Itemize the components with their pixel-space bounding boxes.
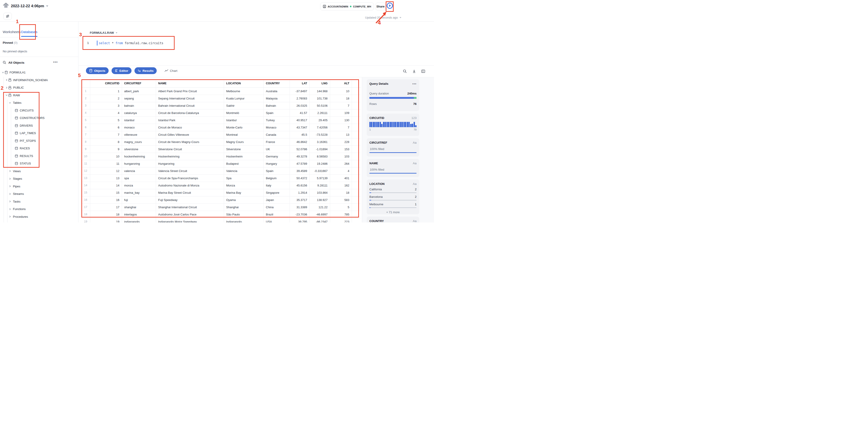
chevron-right-icon[interactable]	[8, 193, 11, 195]
column-header-alt[interactable]: ALT	[330, 79, 352, 88]
tree-item-label: CIRCUITS	[20, 109, 34, 112]
session-context-button[interactable]: ACCOUNTADMIN COMPUTE_WH	[320, 2, 374, 10]
table-cell: Circuit Gilles Villeneuve	[156, 131, 224, 138]
table-cell: 103	[330, 153, 352, 160]
all-objects-row[interactable]: All Objects •••	[0, 57, 78, 69]
table-row: 44catalunyaCircuit de Barcelona-Cataluny…	[82, 109, 361, 116]
tree-item-pit_stops[interactable]: PIT_STOPS	[0, 137, 78, 145]
table-cell: 2	[90, 95, 122, 102]
tree-item-tables[interactable]: Tables	[0, 99, 78, 107]
column-header-circuitid[interactable]: CIRCUITID	[90, 79, 122, 88]
tree-item-races[interactable]: RACES	[0, 144, 78, 152]
table-row: 1010hockenheimringHockenheimringHockenhe…	[82, 153, 361, 160]
share-button[interactable]: Share	[375, 2, 385, 10]
tree-item-constructors[interactable]: CONSTRUCTORS	[0, 114, 78, 122]
tree-item-snowflake[interactable]: SNOWFLAKE	[0, 220, 78, 222]
table-cell: 785	[330, 211, 352, 218]
tree-item-tasks[interactable]: Tasks	[0, 198, 78, 206]
column-header-lng[interactable]: LNG	[310, 79, 330, 88]
tree-item-circuits[interactable]: CIRCUITS	[0, 107, 78, 114]
tree-item-procedures[interactable]: Procedures	[0, 213, 78, 221]
row-number: 12	[82, 167, 90, 174]
table-cell: sepang	[122, 95, 156, 102]
tree-item-raw[interactable]: RAW	[0, 92, 78, 99]
table-cell: 13	[330, 131, 352, 138]
chevron-right-icon[interactable]	[8, 208, 11, 210]
tree-item-results[interactable]: RESULTS	[0, 152, 78, 160]
worksheet-context-selector[interactable]: FORMULA1.RAW	[90, 31, 118, 34]
chevron-right-icon[interactable]	[5, 79, 8, 81]
card-menu-icon[interactable]: •••	[412, 82, 416, 85]
column-name: CIRCUITID	[369, 116, 384, 119]
search-results-icon[interactable]	[403, 69, 407, 73]
tree-item-formula1[interactable]: FORMULA1	[0, 69, 78, 76]
chevron-right-icon[interactable]	[8, 170, 11, 172]
chevron-right-icon[interactable]	[8, 200, 11, 203]
tab-chart[interactable]: Chart	[161, 67, 181, 74]
tree-item-label: Stages	[13, 177, 22, 180]
table-cell: albert_park	[122, 88, 156, 95]
chevron-right-icon[interactable]	[8, 178, 11, 180]
tree-item-functions[interactable]: Functions	[0, 205, 78, 213]
table-cell: 29.405	[310, 116, 330, 124]
table-cell: -1.01694	[310, 145, 330, 153]
objects-menu-icon[interactable]: •••	[53, 60, 58, 64]
chevron-right-icon[interactable]	[8, 215, 11, 218]
filters-button[interactable]	[3, 13, 12, 20]
tree-item-stages[interactable]: Stages	[0, 175, 78, 183]
tree-item-public[interactable]: PUBLIC	[0, 84, 78, 92]
split-columns-icon[interactable]	[421, 69, 425, 73]
column-name: COUNTRY	[369, 219, 384, 222]
table-cell: marina_bay	[122, 189, 156, 196]
updated-status[interactable]: Updated 20 seconds ago	[365, 16, 402, 19]
circuitid-histogram[interactable]	[369, 122, 416, 127]
table-cell: Monte-Carlo	[224, 124, 264, 131]
tab-results[interactable]: Results	[134, 67, 157, 74]
table-cell: Montreal	[224, 131, 264, 138]
tree-item-information_schema[interactable]: INFORMATION_SCHEMA	[0, 76, 78, 84]
sql-code-line[interactable]: select * from formula1.raw.circuits	[99, 41, 163, 45]
filled-bar	[369, 152, 416, 153]
table-cell: Budapest	[224, 160, 264, 167]
tree-item-views[interactable]: Views	[0, 167, 78, 175]
histogram-bar	[415, 125, 416, 127]
table-cell: 2.76083	[289, 95, 310, 102]
column-header-lat[interactable]: LAT	[289, 79, 310, 88]
chevron-down-icon[interactable]	[1, 71, 4, 74]
chevron-right-icon[interactable]	[8, 185, 11, 187]
tree-item-drivers[interactable]: DRIVERS	[0, 122, 78, 130]
table-icon	[15, 131, 19, 135]
table-cell: Shanghai	[224, 203, 264, 211]
rows-label: Rows	[369, 102, 377, 106]
value-bar	[369, 200, 416, 201]
column-header-circuitref[interactable]: CIRCUITREF	[122, 79, 156, 88]
run-query-button[interactable]	[386, 2, 393, 9]
hist-max-label: 79	[413, 128, 416, 131]
column-header-country[interactable]: COUNTRY	[264, 79, 289, 88]
row-number: 13	[82, 174, 90, 182]
chevron-down-icon[interactable]	[5, 94, 8, 96]
tab-databases[interactable]: Databases	[21, 30, 37, 34]
column-header-name[interactable]: NAME	[156, 79, 224, 88]
show-more-values[interactable]: + 71 more	[369, 210, 416, 214]
tree-item-lap_times[interactable]: LAP_TIMES	[0, 129, 78, 137]
tab-worksheets[interactable]: Worksheets	[3, 30, 21, 34]
table-row: 99silverstoneSilverstone CircuitSilverst…	[82, 145, 361, 153]
annotation-number-3: 3	[79, 32, 82, 38]
table-cell: 26.0325	[289, 102, 310, 109]
tree-item-status[interactable]: STATUS	[0, 160, 78, 167]
chevron-right-icon[interactable]	[5, 87, 8, 89]
chevron-down-icon[interactable]	[8, 102, 11, 104]
snowsight-worksheet-page: 2022-12-22 4:06pm ACCOUNTADMIN COMPUTE_W…	[0, 0, 434, 222]
worksheet-title[interactable]: 2022-12-22 4:06pm	[11, 4, 48, 8]
tab-objects[interactable]: Objects	[86, 67, 108, 74]
text-type-label: Aa	[413, 182, 416, 185]
tree-item-pipes[interactable]: Pipes	[0, 183, 78, 190]
tree-item-streams[interactable]: Streams	[0, 190, 78, 198]
pinned-count: (0)	[14, 41, 18, 44]
column-header-location[interactable]: LOCATION	[224, 79, 264, 88]
download-icon[interactable]	[412, 69, 416, 73]
table-cell: Fuji Speedway	[156, 196, 224, 203]
tab-editor[interactable]: Editor	[112, 67, 131, 74]
home-icon[interactable]	[3, 3, 9, 8]
